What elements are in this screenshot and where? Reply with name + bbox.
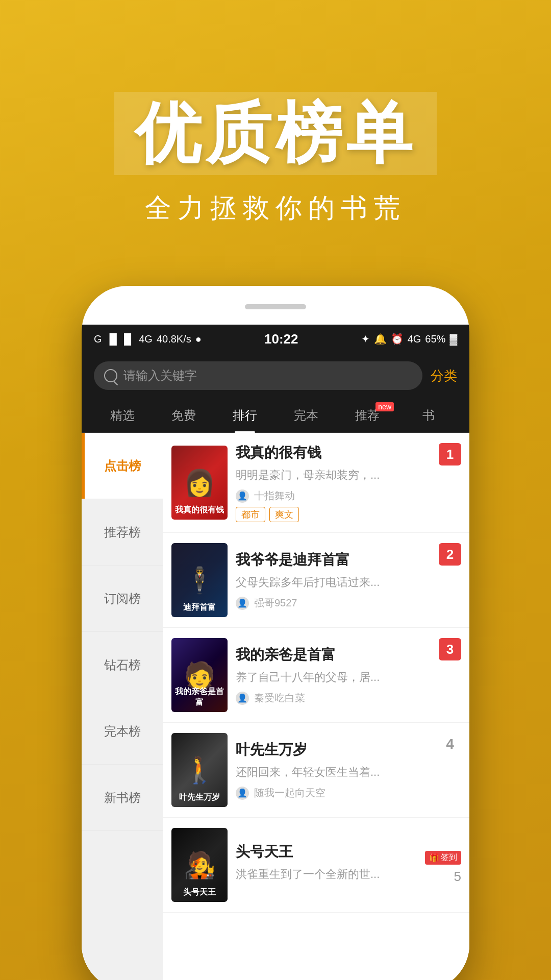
tab-jingxuan[interactable]: 精选 bbox=[92, 398, 153, 433]
book-info-2: 我爷爷是迪拜首富 父母失踪多年后打电话过来... 👤 强哥9527 bbox=[236, 550, 461, 610]
book-tag-shuang: 爽文 bbox=[269, 507, 299, 522]
sidebar-item-recommend-rank[interactable]: 推荐榜 bbox=[82, 499, 163, 566]
tab-mianfei[interactable]: 免费 bbox=[153, 398, 214, 433]
book-cover-1: 👩 我真的很有钱 bbox=[171, 446, 228, 520]
book-title-2: 我爷爷是迪拜首富 bbox=[236, 550, 461, 570]
hero-section: 优质榜单 全力拯救你的书荒 bbox=[0, 0, 551, 257]
rank-badge-4: 4 bbox=[439, 733, 461, 755]
alarm-icon: 🔔 bbox=[374, 333, 387, 345]
book-author-row-1: 👤 十指舞动 bbox=[236, 489, 461, 503]
clock-icon: ⏰ bbox=[391, 333, 404, 345]
book-info-1: 我真的很有钱 明明是豪门，母亲却装穷，... 👤 十指舞动 都市 爽文 bbox=[236, 443, 461, 522]
book-author-1: 十指舞动 bbox=[254, 489, 295, 503]
cover-text-3: 我的亲爸是首富 bbox=[174, 687, 224, 708]
signal-icon: G bbox=[94, 333, 102, 345]
phone-outer: G ▐▌▐▌ 4G 40.8K/s ● 10:22 ✦ 🔔 ⏰ 4G 65% ▓… bbox=[82, 286, 469, 980]
author-icon-1: 👤 bbox=[236, 489, 249, 503]
hero-subtitle: 全力拯救你的书荒 bbox=[0, 190, 551, 226]
rank-area-5: 🎁 签到 5 bbox=[425, 846, 461, 885]
rank-badge-1: 1 bbox=[439, 443, 461, 465]
cover-text-4: 叶先生万岁 bbox=[174, 792, 224, 803]
status-right: ✦ 🔔 ⏰ 4G 65% ▓ bbox=[361, 333, 457, 345]
rank-number-5: 5 bbox=[454, 869, 461, 885]
classify-button[interactable]: 分类 bbox=[431, 367, 457, 385]
status-left: G ▐▌▐▌ 4G 40.8K/s ● bbox=[94, 333, 202, 345]
network-type: 4G bbox=[139, 333, 153, 345]
tab-more[interactable]: 书 bbox=[398, 398, 459, 433]
author-icon-2: 👤 bbox=[236, 597, 249, 610]
hero-title: 优质榜单 bbox=[114, 92, 437, 175]
status-time: 10:22 bbox=[264, 331, 298, 347]
gift-icon: 🎁 bbox=[429, 853, 439, 863]
book-desc-4: 还阳回来，年轻女医生当着... bbox=[236, 765, 461, 780]
author-icon-3: 👤 bbox=[236, 692, 249, 705]
sidebar-item-click-rank[interactable]: 点击榜 bbox=[82, 433, 163, 499]
sidebar-item-complete-rank[interactable]: 完本榜 bbox=[82, 698, 163, 765]
book-desc-5: 洪雀重生到了一个全新的世... bbox=[236, 867, 417, 882]
book-item-2[interactable]: 🕴️ 迪拜首富 我爷爷是迪拜首富 父母失踪多年后打电话过来... 👤 强哥952… bbox=[163, 533, 469, 628]
book-cover-5: 🧑‍🎤 头号天王 bbox=[171, 828, 228, 902]
cover-text-5: 头号天王 bbox=[174, 887, 224, 898]
content-area: 点击榜 推荐榜 订阅榜 钻石榜 完本榜 新书榜 bbox=[82, 433, 469, 980]
network-4g: 4G bbox=[408, 333, 421, 345]
search-input-box[interactable]: 请输入关键字 bbox=[94, 361, 422, 390]
book-author-4: 随我一起向天空 bbox=[254, 786, 325, 800]
book-desc-3: 养了自己十八年的父母，居... bbox=[236, 670, 461, 685]
rank-badge-3: 3 bbox=[439, 638, 461, 660]
signal-bars: ▐▌▐▌ bbox=[106, 333, 135, 345]
battery-icon: ▓ bbox=[449, 333, 457, 345]
sidebar-item-diamond-rank[interactable]: 钻石榜 bbox=[82, 632, 163, 698]
book-list: 👩 我真的很有钱 我真的很有钱 明明是豪门，母亲却装穷，... 👤 十指舞动 都… bbox=[163, 433, 469, 980]
sign-in-badge[interactable]: 🎁 签到 bbox=[425, 851, 461, 865]
book-info-5: 头号天王 洪雀重生到了一个全新的世... bbox=[236, 842, 417, 888]
sidebar-item-new-rank[interactable]: 新书榜 bbox=[82, 765, 163, 831]
new-badge: new bbox=[375, 402, 394, 411]
book-desc-2: 父母失踪多年后打电话过来... bbox=[236, 575, 461, 590]
book-info-3: 我的亲爸是首富 养了自己十八年的父母，居... 👤 秦受吃白菜 bbox=[236, 645, 461, 705]
tab-bar: 精选 免费 排行 完本 推荐 new 书 bbox=[82, 398, 469, 433]
book-desc-1: 明明是豪门，母亲却装穷，... bbox=[236, 468, 461, 483]
book-item-1[interactable]: 👩 我真的很有钱 我真的很有钱 明明是豪门，母亲却装穷，... 👤 十指舞动 都… bbox=[163, 433, 469, 533]
book-author-3: 秦受吃白菜 bbox=[254, 691, 305, 705]
book-cover-2: 🕴️ 迪拜首富 bbox=[171, 543, 228, 617]
book-cover-3: 🧑 我的亲爸是首富 bbox=[171, 638, 228, 712]
book-info-4: 叶先生万岁 还阳回来，年轻女医生当着... 👤 随我一起向天空 bbox=[236, 740, 461, 800]
book-tags-1: 都市 爽文 bbox=[236, 507, 461, 522]
battery-percent: 65% bbox=[425, 333, 445, 345]
book-item-4[interactable]: 🚶 叶先生万岁 叶先生万岁 还阳回来，年轻女医生当着... 👤 随我一起向天空 … bbox=[163, 723, 469, 818]
book-author-row-2: 👤 强哥9527 bbox=[236, 596, 461, 610]
book-title-1: 我真的很有钱 bbox=[236, 443, 461, 462]
book-author-row-3: 👤 秦受吃白菜 bbox=[236, 691, 461, 705]
sidebar-item-subscribe-rank[interactable]: 订阅榜 bbox=[82, 566, 163, 632]
book-item-3[interactable]: 🧑 我的亲爸是首富 我的亲爸是首富 养了自己十八年的父母，居... 👤 秦受吃白… bbox=[163, 628, 469, 723]
book-title-5: 头号天王 bbox=[236, 842, 417, 862]
status-bar: G ▐▌▐▌ 4G 40.8K/s ● 10:22 ✦ 🔔 ⏰ 4G 65% ▓ bbox=[82, 325, 469, 353]
speed-indicator: 40.8K/s bbox=[157, 333, 191, 345]
book-title-4: 叶先生万岁 bbox=[236, 740, 461, 760]
left-sidebar: 点击榜 推荐榜 订阅榜 钻石榜 完本榜 新书榜 bbox=[82, 433, 163, 980]
author-icon-4: 👤 bbox=[236, 787, 249, 800]
rank-badge-2: 2 bbox=[439, 543, 461, 566]
book-item-5[interactable]: 🧑‍🎤 头号天王 头号天王 洪雀重生到了一个全新的世... 🎁 签到 5 bbox=[163, 818, 469, 913]
book-author-2: 强哥9527 bbox=[254, 596, 297, 610]
book-tag-urban: 都市 bbox=[236, 507, 265, 522]
tab-wanben[interactable]: 完本 bbox=[276, 398, 337, 433]
cover-text-2: 迪拜首富 bbox=[174, 602, 224, 613]
cover-text-1: 我真的很有钱 bbox=[174, 505, 224, 516]
book-author-row-4: 👤 随我一起向天空 bbox=[236, 786, 461, 800]
tab-tuijian[interactable]: 推荐 new bbox=[337, 398, 398, 433]
search-placeholder: 请输入关键字 bbox=[123, 368, 197, 384]
tab-paihang[interactable]: 排行 bbox=[214, 398, 276, 433]
book-cover-4: 🚶 叶先生万岁 bbox=[171, 733, 228, 807]
phone-speaker bbox=[245, 304, 306, 309]
book-title-3: 我的亲爸是首富 bbox=[236, 645, 461, 665]
sign-label: 签到 bbox=[441, 852, 457, 863]
bluetooth-icon: ✦ bbox=[361, 333, 370, 345]
search-section: 请输入关键字 分类 bbox=[82, 353, 469, 398]
phone-mockup: G ▐▌▐▌ 4G 40.8K/s ● 10:22 ✦ 🔔 ⏰ 4G 65% ▓… bbox=[82, 286, 469, 980]
search-icon bbox=[104, 369, 117, 382]
dot-icon: ● bbox=[195, 333, 202, 345]
